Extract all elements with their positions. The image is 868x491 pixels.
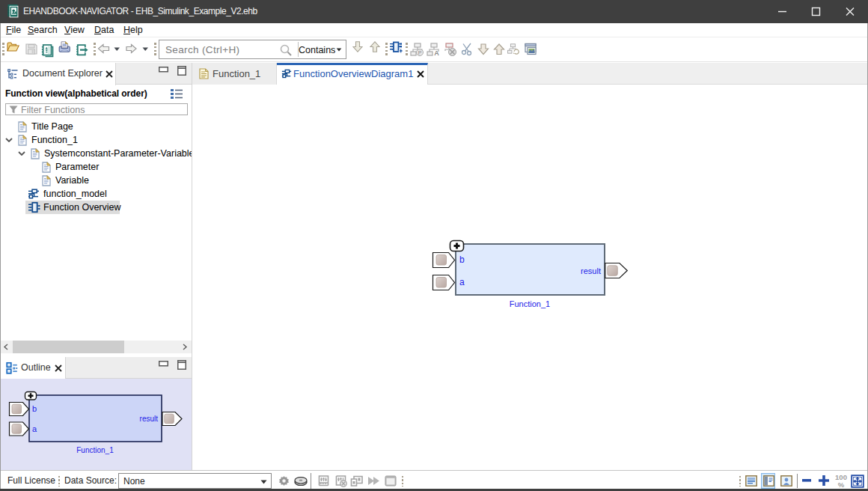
svg-text:Function_1: Function_1: [510, 299, 550, 308]
svg-text:b: b: [32, 404, 37, 413]
svg-text:b: b: [459, 254, 465, 265]
svg-text:a: a: [459, 277, 465, 287]
svg-text:P: P: [418, 50, 422, 55]
svg-text:a: a: [32, 424, 37, 433]
svg-text:Function_1: Function_1: [76, 446, 114, 454]
svg-text:result: result: [140, 415, 159, 423]
svg-text:A: A: [434, 49, 439, 57]
svg-text:result: result: [581, 266, 601, 275]
